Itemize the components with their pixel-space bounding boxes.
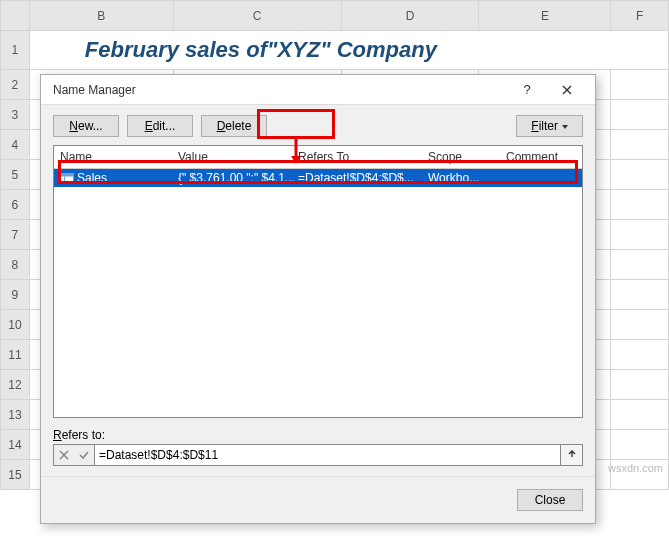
row-header[interactable]: 10 xyxy=(1,310,30,340)
row-header[interactable]: 4 xyxy=(1,130,30,160)
close-icon xyxy=(562,85,572,95)
col-header[interactable]: F xyxy=(611,1,669,31)
row-header[interactable]: 5 xyxy=(1,160,30,190)
refers-to-input[interactable] xyxy=(95,444,561,466)
check-icon xyxy=(79,450,89,460)
row-header[interactable]: 2 xyxy=(1,70,30,100)
close-button[interactable] xyxy=(547,76,587,104)
row-header[interactable]: 3 xyxy=(1,100,30,130)
refers-cancel-confirm xyxy=(53,444,95,466)
row-header[interactable]: 9 xyxy=(1,280,30,310)
row-header[interactable]: 13 xyxy=(1,400,30,430)
dialog-toolbar: New... Edit... Delete Filter xyxy=(41,105,595,145)
dialog-title: Name Manager xyxy=(53,83,507,97)
dialog-footer: Close xyxy=(41,476,595,523)
col-header[interactable]: D xyxy=(341,1,479,31)
range-picker-button[interactable] xyxy=(561,444,583,466)
edit-button[interactable]: Edit... xyxy=(127,115,193,137)
row-value: {" $3,761.00 ";" $4,1... xyxy=(178,171,298,185)
col-header[interactable]: E xyxy=(479,1,611,31)
dialog-titlebar[interactable]: Name Manager ? xyxy=(41,75,595,105)
delete-button[interactable]: Delete xyxy=(201,115,267,137)
new-button[interactable]: New... xyxy=(53,115,119,137)
refers-to-section: Refers to: xyxy=(53,428,583,466)
col-header-refers[interactable]: Refers To xyxy=(298,150,428,164)
col-header[interactable]: B xyxy=(29,1,173,31)
row-header[interactable]: 14 xyxy=(1,430,30,460)
row-scope: Workbo... xyxy=(428,171,506,185)
row-refers: =Dataset!$D$4:$D$... xyxy=(298,171,428,185)
help-button[interactable]: ? xyxy=(507,76,547,104)
corner-cell[interactable] xyxy=(1,1,30,31)
collapse-dialog-icon xyxy=(567,450,577,460)
close-dialog-button[interactable]: Close xyxy=(517,489,583,511)
row-header[interactable]: 8 xyxy=(1,250,30,280)
names-list: Name Value Refers To Scope Comment Sales… xyxy=(53,145,583,418)
svg-rect-1 xyxy=(61,173,74,176)
col-header-value[interactable]: Value xyxy=(178,150,298,164)
name-manager-dialog: Name Manager ? New... Edit... Delete Fil… xyxy=(40,74,596,524)
sheet-title[interactable]: February sales of"XYZ" Company xyxy=(29,31,668,70)
refers-to-label: Refers to: xyxy=(53,428,583,442)
filter-button[interactable]: Filter xyxy=(516,115,583,137)
col-header-scope[interactable]: Scope xyxy=(428,150,506,164)
list-row-sales[interactable]: Sales {" $3,761.00 ";" $4,1... =Dataset!… xyxy=(54,169,582,187)
list-header[interactable]: Name Value Refers To Scope Comment xyxy=(54,146,582,169)
name-icon xyxy=(60,173,75,184)
refers-cancel-button[interactable] xyxy=(54,445,74,465)
col-header-comment[interactable]: Comment xyxy=(506,150,576,164)
col-header[interactable]: C xyxy=(173,1,341,31)
refers-confirm-button[interactable] xyxy=(74,445,94,465)
x-icon xyxy=(59,450,69,460)
row-name: Sales xyxy=(77,171,107,185)
row-header[interactable]: 11 xyxy=(1,340,30,370)
list-body[interactable]: Sales {" $3,761.00 ";" $4,1... =Dataset!… xyxy=(54,169,582,417)
row-header[interactable]: 6 xyxy=(1,190,30,220)
row-header[interactable]: 12 xyxy=(1,370,30,400)
row-header[interactable]: 7 xyxy=(1,220,30,250)
row-header[interactable]: 1 xyxy=(1,31,30,70)
row-header[interactable]: 15 xyxy=(1,460,30,490)
col-header-name[interactable]: Name xyxy=(60,150,178,164)
